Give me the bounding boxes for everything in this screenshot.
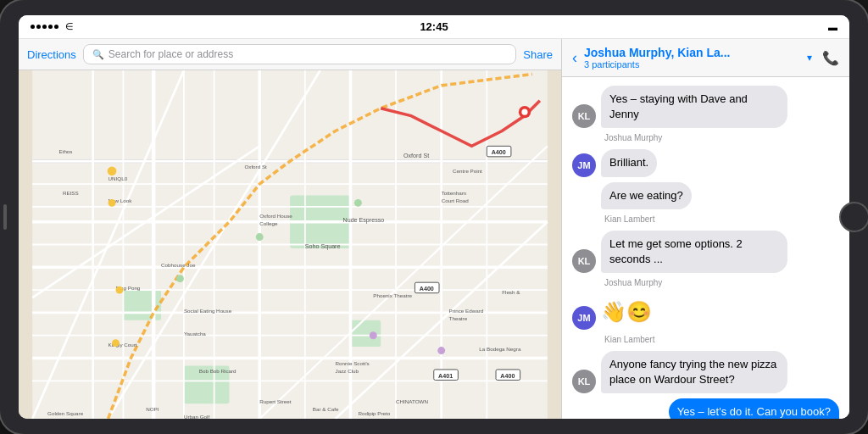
signal-dot-3	[42, 25, 47, 29]
map-section: Directions 🔍 Search for place or address…	[19, 39, 561, 419]
phone-icon[interactable]: 📞	[822, 50, 839, 66]
main-content: Directions 🔍 Search for place or address…	[19, 39, 849, 419]
svg-text:Court Road: Court Road	[442, 198, 469, 203]
svg-text:Oxford St: Oxford St	[403, 153, 429, 159]
chat-section: ‹ Joshua Murphy, Kian La... 3 participan…	[561, 39, 849, 419]
search-icon: 🔍	[92, 49, 104, 60]
signal-dots	[31, 25, 58, 29]
message-row: KL Yes – staying with Dave and Jenny	[572, 86, 839, 128]
map-canvas[interactable]: Oxford St Centre Point Tottenham Court R…	[19, 70, 561, 419]
svg-text:Oxford St: Oxford St	[244, 164, 267, 170]
sender-name: Joshua Murphy	[572, 278, 839, 287]
avatar-circle: JM	[572, 153, 596, 177]
message-row: JM Brilliant.	[572, 149, 839, 176]
message-bubble: Yes – staying with Dave and Jenny	[601, 86, 787, 128]
svg-text:Urban Golf: Urban Golf	[184, 414, 209, 419]
map-toolbar: Directions 🔍 Search for place or address…	[19, 39, 561, 70]
avatar: JM	[572, 306, 596, 330]
signal-dot-5	[54, 25, 58, 29]
svg-point-81	[256, 233, 264, 241]
message-row: KL Let me get some options. 2 seconds ..…	[572, 231, 839, 273]
svg-text:NOPI: NOPI	[146, 406, 159, 412]
status-left: ∈	[31, 21, 74, 32]
svg-text:A400: A400	[492, 149, 506, 156]
svg-text:Tottenham: Tottenham	[442, 190, 466, 196]
svg-text:CHINATOWN: CHINATOWN	[396, 398, 428, 404]
svg-text:Phoenix Theatre: Phoenix Theatre	[373, 292, 412, 298]
avatar-circle: KL	[572, 370, 596, 393]
message-row: Are we eating?	[572, 182, 839, 209]
svg-text:Oxford House: Oxford House	[259, 213, 292, 219]
avatar: KL	[572, 249, 596, 273]
sender-name: Joshua Murphy	[572, 133, 839, 142]
tablet-screen: ∈ 12:45 ▬ Directions 🔍 Search for place …	[19, 15, 849, 419]
search-placeholder: Search for place or address	[108, 48, 233, 60]
svg-point-76	[108, 199, 116, 207]
tablet-frame: ∈ 12:45 ▬ Directions 🔍 Search for place …	[0, 0, 868, 434]
svg-text:Theatre: Theatre	[449, 315, 468, 321]
avatar: KL	[572, 104, 596, 128]
signal-dot-2	[36, 25, 41, 29]
svg-text:Bob Bob Ricard: Bob Bob Ricard	[199, 368, 236, 374]
avatar: KL	[572, 370, 596, 393]
message-bubble: Anyone fancy trying the new pizza place …	[601, 351, 787, 393]
svg-text:A401: A401	[438, 373, 453, 380]
svg-text:A400: A400	[420, 286, 434, 292]
svg-point-78	[112, 339, 120, 347]
chat-title: Joshua Murphy, Kian La...	[584, 46, 800, 59]
svg-text:Rodipip Preto: Rodipip Preto	[358, 410, 390, 416]
message-bubble: Are we eating?	[601, 182, 692, 209]
svg-text:Nude Espresso: Nude Espresso	[343, 217, 385, 224]
sender-name: Kian Lambert	[572, 335, 839, 344]
svg-text:Golden Square: Golden Square	[47, 410, 84, 416]
svg-point-79	[176, 275, 184, 282]
svg-point-80	[354, 199, 362, 207]
chat-header-icons: ▾ 📞	[807, 50, 839, 66]
svg-text:College: College	[259, 220, 278, 226]
status-bar: ∈ 12:45 ▬	[19, 15, 849, 39]
chevron-down-icon[interactable]: ▾	[807, 52, 812, 64]
chat-header-info: Joshua Murphy, Kian La... 3 participants	[584, 46, 800, 70]
chat-header: ‹ Joshua Murphy, Kian La... 3 participan…	[562, 39, 849, 77]
svg-point-85	[521, 109, 527, 115]
message-bubble: Brilliant.	[601, 149, 657, 176]
chat-subtitle: 3 participants	[584, 59, 800, 70]
svg-text:Social Eating House: Social Eating House	[184, 308, 232, 314]
svg-text:Jazz Club: Jazz Club	[336, 368, 359, 374]
svg-text:Flesh &: Flesh &	[502, 289, 520, 295]
message-bubble: 👋😊	[601, 294, 652, 330]
sender-name: Kian Lambert	[572, 214, 839, 224]
svg-text:Bar & Cafe: Bar & Cafe	[313, 406, 339, 412]
side-button	[3, 204, 7, 230]
share-button[interactable]: Share	[523, 48, 553, 61]
svg-text:A400: A400	[500, 373, 515, 380]
svg-text:Cobhouse Joe: Cobhouse Joe	[161, 262, 196, 268]
status-right: ▬	[828, 22, 837, 32]
svg-text:REISS: REISS	[63, 190, 79, 196]
home-button[interactable]	[839, 202, 868, 232]
svg-point-82	[370, 331, 377, 339]
svg-point-77	[116, 287, 124, 294]
back-button[interactable]: ‹	[572, 49, 577, 67]
message-row: JM 👋😊	[572, 294, 839, 330]
message-row: KL Anyone fancy trying the new pizza pla…	[572, 351, 839, 393]
avatar-circle: JM	[572, 306, 596, 330]
directions-button[interactable]: Directions	[27, 48, 76, 61]
svg-text:Ronnie Scott's: Ronnie Scott's	[336, 360, 370, 366]
svg-text:UNIQL0: UNIQL0	[108, 175, 128, 181]
svg-text:Centre Point: Centre Point	[453, 168, 482, 174]
svg-point-75	[108, 166, 117, 175]
svg-text:Rupert Street: Rupert Street	[259, 398, 291, 404]
wifi-icon: ∈	[65, 21, 74, 32]
messages-area: KL Yes – staying with Dave and Jenny Jos…	[562, 77, 849, 419]
message-row: Yes – let's do it. Can you book?	[572, 398, 839, 419]
message-bubble: Let me get some options. 2 seconds ...	[601, 231, 787, 273]
signal-dot-1	[31, 25, 35, 29]
svg-text:Soho Square: Soho Square	[305, 243, 341, 250]
battery-icon: ▬	[828, 22, 837, 32]
svg-text:Prince Edward: Prince Edward	[449, 308, 484, 314]
svg-text:Ethos: Ethos	[58, 148, 72, 154]
avatar-circle: KL	[572, 104, 596, 128]
search-bar[interactable]: 🔍 Search for place or address	[83, 44, 517, 64]
svg-text:La Bodega Negra: La Bodega Negra	[479, 346, 521, 352]
